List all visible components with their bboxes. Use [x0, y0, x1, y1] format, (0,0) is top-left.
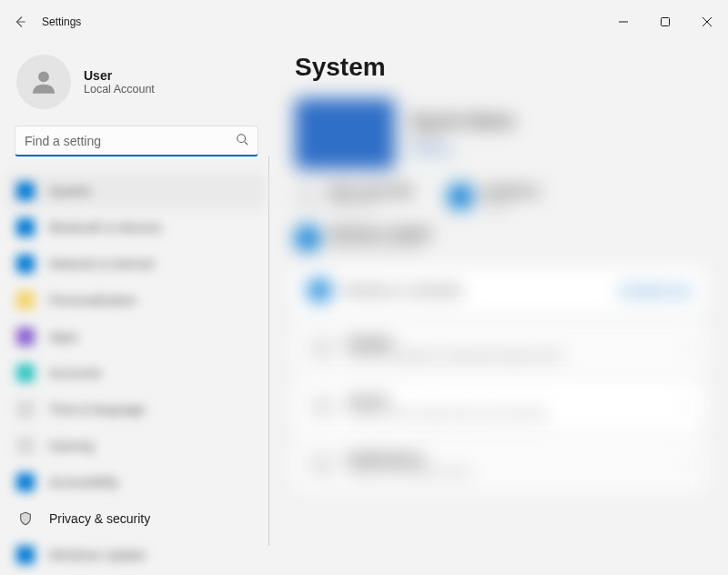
- display-icon: [309, 336, 335, 361]
- nav-item-label: Time & language: [49, 402, 257, 417]
- nav-item-windows-update[interactable]: Windows Update: [7, 537, 266, 573]
- sidebar: User Local Account System Bluetoot: [0, 44, 273, 575]
- chevron-right-icon: ›: [687, 398, 692, 415]
- chevron-right-icon: ›: [687, 457, 692, 473]
- update-icon: [295, 226, 320, 251]
- nav-item-network[interactable]: Network & internet: [7, 246, 266, 282]
- close-button[interactable]: [686, 7, 728, 36]
- chevron-right-icon: ›: [687, 340, 692, 357]
- device-thumbnail: [295, 98, 395, 169]
- chip-update[interactable]: Windows Updatestatus line text check: [295, 226, 706, 251]
- nav-item-label: Privacy & security: [49, 511, 257, 526]
- window-controls: [602, 7, 728, 36]
- nav-item-system[interactable]: System: [7, 173, 266, 209]
- info-chips: Microsoft 365status text OneDrivestatus: [295, 184, 706, 209]
- nav-item-time-language[interactable]: Time & language: [7, 391, 266, 428]
- nav-item-personalization[interactable]: Personalization: [7, 282, 266, 318]
- device-sub: model: [411, 131, 514, 144]
- maximize-icon: [661, 17, 670, 26]
- content-blurred: Device-Name model Rename Microsoft 365st…: [295, 98, 706, 491]
- nav-item-gaming[interactable]: Gaming: [7, 428, 266, 464]
- search-box[interactable]: [15, 126, 258, 156]
- nav-item-label: Accessibility: [49, 475, 257, 489]
- nav-item-label: Accounts: [49, 366, 257, 380]
- nav-item-apps[interactable]: Apps: [7, 318, 266, 355]
- user-block[interactable]: User Local Account: [0, 49, 273, 122]
- nav-item-label: Personalization: [49, 293, 257, 308]
- svg-point-1: [38, 71, 49, 82]
- settings-row-notifications[interactable]: NotificationsAlerts do not disturb rules…: [295, 439, 706, 491]
- nav-item-label: Apps: [49, 329, 257, 344]
- back-arrow-icon: [14, 15, 26, 28]
- content-area: System Device-Name model Rename Microsof…: [273, 44, 728, 575]
- shield-icon: [16, 509, 35, 528]
- device-header: Device-Name model Rename: [295, 98, 706, 169]
- nav-item-label: System: [49, 184, 257, 198]
- settings-row-display[interactable]: DisplayMonitors brightness night light d…: [295, 322, 706, 375]
- notifications-icon: [309, 452, 335, 478]
- title-bar-left: Settings: [11, 13, 81, 31]
- page-title: System: [295, 53, 706, 82]
- user-text: User Local Account: [84, 68, 155, 96]
- gaming-icon: [16, 437, 35, 455]
- nav-item-label: Gaming: [49, 439, 257, 453]
- nav-item-label: Windows Update: [49, 548, 257, 562]
- network-icon: [16, 255, 35, 273]
- windows-update-icon: [16, 546, 35, 564]
- search-icon: [236, 133, 248, 148]
- search-input[interactable]: [25, 134, 258, 148]
- settings-row-sound[interactable]: SoundVolume levels output input sound de…: [295, 380, 706, 433]
- device-info: Device-Name model Rename: [411, 112, 514, 156]
- banner-action[interactable]: Activate now: [619, 284, 692, 298]
- title-bar: Settings: [0, 0, 728, 44]
- nav-item-privacy-security[interactable]: Privacy & security: [7, 500, 266, 537]
- maximize-button[interactable]: [644, 7, 686, 36]
- nav-list: System Bluetooth & devices Network & int…: [0, 173, 273, 573]
- banner-text: Windows is activated: [342, 283, 606, 298]
- apps-icon: [16, 328, 35, 346]
- sound-icon: [309, 394, 335, 419]
- scrollbar-track[interactable]: [268, 156, 269, 546]
- accessibility-icon: [16, 473, 35, 491]
- close-icon: [703, 17, 712, 26]
- system-icon: [16, 182, 35, 200]
- device-name: Device-Name: [411, 112, 514, 131]
- onedrive-icon: [448, 184, 473, 209]
- app-title: Settings: [42, 15, 81, 28]
- avatar: [16, 55, 71, 109]
- user-account-type: Local Account: [84, 83, 155, 96]
- minimize-icon: [619, 17, 628, 26]
- bluetooth-icon: [16, 218, 35, 237]
- ms365-icon: [295, 184, 320, 209]
- svg-rect-0: [662, 18, 670, 26]
- back-button[interactable]: [11, 13, 29, 31]
- rename-link[interactable]: Rename: [411, 144, 514, 156]
- svg-point-2: [238, 135, 246, 143]
- nav-item-accessibility[interactable]: Accessibility: [7, 464, 266, 500]
- time-language-icon: [16, 400, 35, 419]
- user-name: User: [84, 68, 155, 83]
- nav-item-accounts[interactable]: Accounts: [7, 355, 266, 391]
- chip-ms365[interactable]: Microsoft 365status text: [295, 184, 411, 209]
- banner-icon: [309, 280, 329, 300]
- chip-onedrive[interactable]: OneDrivestatus: [448, 184, 539, 209]
- user-icon: [28, 66, 59, 97]
- activation-banner[interactable]: Windows is activated Activate now: [295, 267, 706, 313]
- personalization-icon: [16, 291, 35, 309]
- nav-item-bluetooth[interactable]: Bluetooth & devices: [7, 209, 266, 246]
- nav-item-label: Bluetooth & devices: [49, 220, 257, 235]
- nav-item-label: Network & internet: [49, 257, 257, 271]
- accounts-icon: [16, 364, 35, 382]
- minimize-button[interactable]: [602, 7, 644, 36]
- search-wrap: [0, 122, 273, 173]
